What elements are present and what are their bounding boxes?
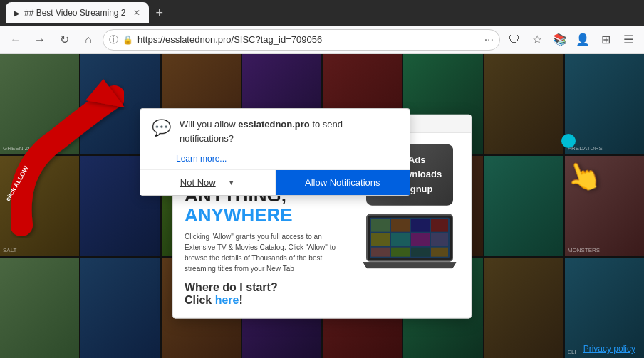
new-tab-button[interactable]: + — [152, 6, 168, 21]
page-content: GREEN ZONE TRON PREDATORS SALT THE WOLFM… — [0, 54, 644, 358]
laptop-illustration — [360, 211, 459, 272]
tab-title: ## Best Video Streaming 2 — [24, 8, 126, 18]
svg-rect-4 — [371, 219, 390, 232]
message-cta-link[interactable]: here — [215, 294, 239, 306]
privacy-policy-link[interactable]: Privacy policy — [583, 344, 635, 354]
forward-button[interactable]: → — [30, 30, 50, 50]
message-subtitle: Clicking "Allow" grants you full access … — [185, 231, 348, 274]
movie-cell: GREEN ZONE — [0, 54, 79, 154]
svg-rect-13 — [391, 248, 410, 257]
dropdown-arrow-icon[interactable]: ▼ — [222, 179, 235, 186]
notification-chat-icon: 💬 — [152, 119, 171, 137]
learn-more-link[interactable]: Learn more... — [140, 154, 410, 169]
message-title-blue: ANYWHERE — [185, 204, 293, 226]
svg-rect-12 — [371, 248, 390, 257]
browser-toolbar: ← → ↻ ⌂ ⓘ 🔒 https://esslatednon.pro/SISC… — [0, 26, 644, 54]
notification-popup: 💬 Will you allow esslatednon.pro to send… — [140, 108, 410, 196]
active-tab[interactable]: ▶ ## Best Video Streaming 2 ✕ — [6, 2, 149, 23]
sync-icon[interactable]: 👤 — [573, 30, 593, 50]
svg-rect-10 — [411, 233, 430, 246]
notification-message-prefix: Will you allow — [180, 119, 238, 130]
notification-buttons: Not Now ▼ Allow Notifications — [140, 169, 410, 195]
svg-rect-9 — [391, 233, 410, 246]
notification-body: 💬 Will you allow esslatednon.pro to send… — [140, 109, 410, 154]
home-button[interactable]: ⌂ — [78, 30, 98, 50]
tab-close-button[interactable]: ✕ — [133, 8, 140, 18]
menu-icon[interactable]: ☰ — [618, 30, 638, 50]
extensions-icon[interactable]: ⊞ — [596, 30, 616, 50]
bookmark-icon[interactable]: ☆ — [527, 30, 547, 50]
movie-cell — [80, 258, 160, 358]
message-cta: Where do I start? Click here! — [185, 281, 348, 307]
movie-cell — [484, 258, 564, 358]
library-icon[interactable]: 📚 — [550, 30, 570, 50]
notification-text: Will you allow esslatednon.pro to send n… — [180, 117, 398, 145]
address-bar[interactable]: ⓘ 🔒 https://esslatednon.pro/SISC?tag_id=… — [103, 29, 500, 51]
movie-cell: SALT — [0, 156, 79, 256]
movie-cell: PREDATORS — [565, 54, 644, 154]
teal-indicator — [561, 134, 576, 148]
svg-rect-14 — [411, 248, 430, 257]
toolbar-icons: 🛡 ☆ 📚 👤 ⊞ ☰ — [504, 30, 638, 50]
back-button[interactable]: ← — [6, 30, 26, 50]
tab-bar: ▶ ## Best Video Streaming 2 ✕ + — [0, 0, 644, 26]
svg-rect-8 — [371, 233, 390, 246]
movie-cell — [484, 156, 564, 256]
svg-rect-5 — [391, 219, 410, 232]
movie-cell: ELI — [565, 258, 644, 358]
url-text: https://esslatednon.pro/SISC?tag_id=7090… — [137, 34, 480, 45]
svg-rect-15 — [431, 248, 448, 257]
allow-notifications-button[interactable]: Allow Notifications — [276, 170, 410, 195]
refresh-button[interactable]: ↻ — [54, 30, 74, 50]
svg-rect-11 — [431, 233, 448, 246]
shield-icon[interactable]: 🛡 — [504, 30, 524, 50]
notification-site: esslatednon.pro — [238, 119, 309, 130]
lock-icon: 🔒 — [123, 35, 133, 45]
svg-rect-6 — [411, 219, 430, 232]
movie-cell — [0, 258, 79, 358]
tab-favicon: ▶ — [14, 9, 20, 17]
browser-chrome: ▶ ## Best Video Streaming 2 ✕ + ← → ↻ ⌂ … — [0, 0, 644, 54]
movie-cell — [484, 54, 564, 154]
address-more-button[interactable]: ··· — [484, 33, 494, 46]
not-now-button[interactable]: Not Now ▼ — [140, 170, 276, 195]
svg-rect-7 — [431, 219, 448, 232]
info-icon[interactable]: ⓘ — [109, 33, 118, 46]
